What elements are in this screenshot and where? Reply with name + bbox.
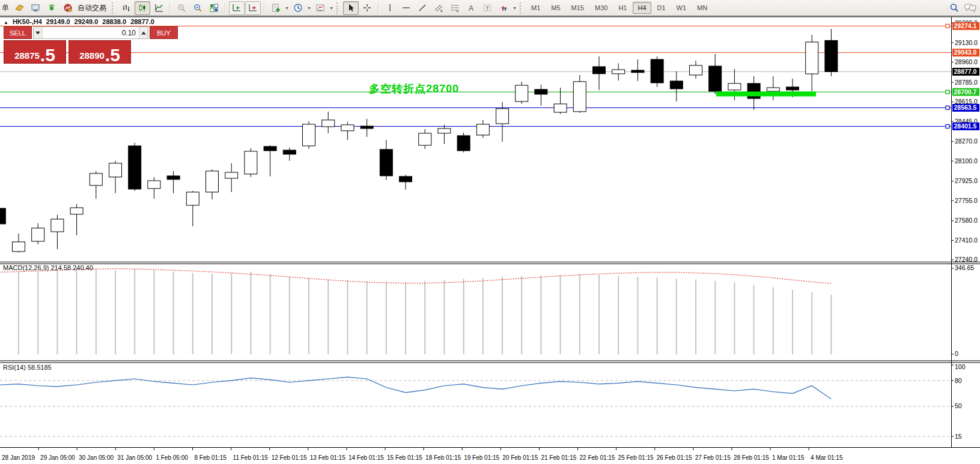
zoom-out-icon[interactable] [190, 1, 205, 15]
toolbar-separator [264, 2, 265, 14]
search-icon[interactable] [946, 1, 962, 15]
buy-button[interactable]: BUY [150, 26, 178, 39]
symbol-period: HK50-,H4 [13, 18, 42, 25]
text-label-tool-icon[interactable]: T [479, 1, 495, 15]
arrow-objects-icon[interactable] [496, 1, 511, 15]
zoom-in-icon[interactable] [174, 1, 189, 15]
timeframe-D1[interactable]: D1 [653, 2, 671, 14]
bar-chart-mode-icon[interactable] [118, 1, 134, 15]
indicators-icon[interactable] [268, 1, 284, 15]
text-tool-icon[interactable]: A [463, 1, 479, 15]
lot-decrease-button[interactable] [34, 27, 43, 38]
rsi-indicator-label: RSI(14) 58.5185 [3, 364, 52, 371]
svg-text:F: F [457, 9, 459, 13]
collapse-trade-panel-icon[interactable]: ▲ [4, 20, 8, 25]
templates-icon[interactable] [312, 1, 328, 15]
sell-price-button[interactable]: 28875 .5 [4, 40, 66, 64]
svg-text:E: E [440, 9, 443, 13]
ohlc-close: 28877.0 [130, 18, 154, 25]
sell-price-frac: .5 [40, 47, 55, 63]
buy-price-main: 28890 [79, 51, 105, 60]
horizontal-line-tool-icon[interactable] [398, 1, 414, 15]
lot-increase-button[interactable] [139, 27, 148, 38]
shift-chart-end-icon[interactable] [229, 1, 245, 15]
cursor-tool-icon[interactable] [343, 1, 359, 15]
price-scale[interactable] [952, 17, 980, 447]
toolbar-separator [169, 2, 171, 14]
svg-text:A: A [469, 4, 473, 12]
auto-scroll-icon[interactable] [245, 1, 261, 15]
market-depth-icon[interactable] [28, 1, 43, 15]
tile-windows-icon[interactable] [206, 1, 222, 15]
periods-dropdown-caret[interactable]: ▾ [306, 5, 312, 11]
toolbar-drag-handle[interactable] [336, 2, 340, 14]
timeframe-H1[interactable]: H1 [613, 2, 632, 14]
signals-icon[interactable] [44, 1, 59, 15]
toolbar-separator [378, 2, 379, 14]
sell-price-main: 28875 [14, 51, 40, 60]
equidistant-channel-tool-icon[interactable]: E [431, 1, 446, 15]
trendline-tool-icon[interactable] [415, 1, 430, 15]
toolbar-separator [225, 2, 226, 14]
chat-icon[interactable] [963, 1, 978, 15]
timeframe-M5[interactable]: M5 [546, 2, 565, 14]
auto-trading-icon[interactable] [60, 1, 76, 15]
sell-button[interactable]: SELL [4, 26, 32, 39]
ohlc-low: 28838.0 [102, 18, 126, 25]
chart-canvas[interactable]: 29300.029130.028960.028785.028615.028445… [0, 0, 980, 464]
vertical-line-tool-icon[interactable] [382, 1, 398, 15]
trading-terminal-window: 单 自动交易 [0, 0, 980, 464]
timeframe-M1[interactable]: M1 [526, 2, 545, 14]
new-order-label-clipped[interactable]: 单 [2, 3, 11, 13]
periods-clock-icon[interactable] [290, 1, 306, 15]
timeframe-H4[interactable]: H4 [633, 2, 651, 14]
indicators-dropdown-caret[interactable]: ▾ [284, 5, 290, 11]
auto-trading-label[interactable]: 自动交易 [78, 3, 106, 13]
macd-indicator-label: MACD(12,26,9) 214.58 240.40 [3, 264, 93, 271]
fibonacci-tool-icon[interactable]: F [447, 1, 463, 15]
lot-size-input[interactable] [43, 27, 139, 38]
ohlc-high: 29249.0 [75, 18, 99, 25]
chart-ohlc-header: ▲ HK50-,H4 29149.0 29249.0 28838.0 28877… [4, 18, 154, 25]
toolbar-drag-handle[interactable] [520, 2, 523, 14]
svg-text:T: T [485, 5, 489, 11]
buy-price-button[interactable]: 28890 .5 [68, 40, 131, 64]
chart-annotation-text[interactable]: 多空转折点28700 [369, 82, 459, 96]
toolbar-drag-handle[interactable] [112, 2, 115, 14]
timeframe-M30[interactable]: M30 [590, 2, 612, 14]
one-click-trading-panel: SELL BUY 28875 .5 28890 .5 [4, 26, 131, 64]
timeframe-group: M1M5M15M30H1H4D1W1MN [526, 2, 712, 14]
candlestick-mode-icon[interactable] [135, 1, 150, 15]
timeframe-MN[interactable]: MN [692, 2, 712, 14]
timeframe-M15[interactable]: M15 [567, 2, 589, 14]
buy-price-frac: .5 [105, 47, 120, 63]
new-order-icon[interactable] [11, 1, 27, 15]
templates-dropdown-caret[interactable]: ▾ [329, 5, 334, 11]
time-scale[interactable] [0, 448, 951, 464]
timeframe-W1[interactable]: W1 [672, 2, 692, 14]
main-toolbar: 单 自动交易 [0, 0, 980, 16]
lot-size-stepper [33, 26, 148, 39]
arrows-dropdown-caret[interactable]: ▾ [512, 5, 517, 11]
line-chart-mode-icon[interactable] [151, 1, 166, 15]
ohlc-open: 29149.0 [46, 18, 70, 25]
crosshair-tool-icon[interactable] [359, 1, 375, 15]
